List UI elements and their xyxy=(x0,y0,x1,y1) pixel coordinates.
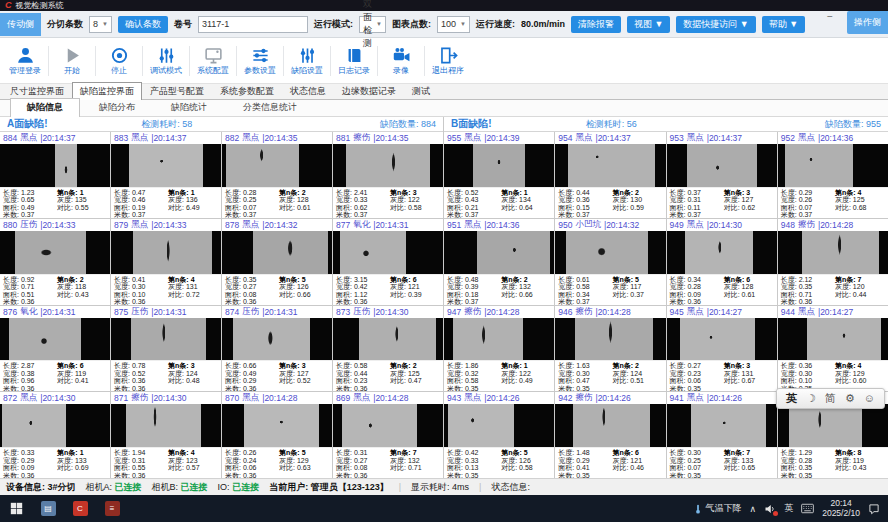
defect-cell[interactable]: 881擦伤|20:14:35长度: 2.41宽度: 0.33面积: 0.62米数… xyxy=(333,132,443,218)
tab-sub-1[interactable]: 缺陷分布 xyxy=(82,98,152,116)
play-icon xyxy=(63,46,82,65)
defect-cell[interactable]: 878黑点|20:14:32长度: 0.35宽度: 0.27面积: 0.08米数… xyxy=(222,219,332,305)
clear-alarm-button[interactable]: 清除报警 xyxy=(571,16,621,33)
defect-cell[interactable]: 955黑点|20:14:39长度: 0.52宽度: 0.43面积: 0.21米数… xyxy=(444,132,554,218)
defect-cell[interactable]: 942擦伤|20:14:26长度: 1.48宽度: 0.29面积: 0.41米数… xyxy=(555,392,665,478)
defect-cell[interactable]: 944黑点|20:14:27长度: 0.36宽度: 0.30面积: 0.10米数… xyxy=(778,306,888,392)
defect-cell[interactable]: 869黑点|20:14:28长度: 0.31宽度: 0.27面积: 0.08米数… xyxy=(333,392,443,478)
tab-main-5[interactable]: 边缘数据记录 xyxy=(334,82,404,99)
tab-main-4[interactable]: 状态信息 xyxy=(282,82,334,99)
operator-side-button[interactable]: 操作侧 xyxy=(847,11,888,34)
action-debug-sliders[interactable]: 调试模式 xyxy=(143,46,189,75)
defect-area: 面积: 0.41 xyxy=(558,464,612,472)
defect-id: 871 xyxy=(114,393,128,403)
ime-emoji-icon[interactable]: ☺ xyxy=(864,393,875,404)
split-count-select[interactable]: 8▼ xyxy=(89,16,112,33)
tab-sub-3[interactable]: 分类信息统计 xyxy=(226,98,314,116)
taskbar-date: 2025/2/10 xyxy=(822,509,860,519)
defect-gray-level: 灰度: 132 xyxy=(501,283,551,291)
minimize-button[interactable]: – xyxy=(827,12,832,21)
defect-width: 宽度: 0.25 xyxy=(670,457,724,465)
defect-strip-no: 第n条: 3 xyxy=(168,362,218,370)
defect-cell[interactable]: 951黑点|20:14:36长度: 0.48宽度: 0.39面积: 0.18米数… xyxy=(444,219,554,305)
defect-meter: 米数: 0.36 xyxy=(3,385,57,392)
defect-cell[interactable]: 873压伤|20:14:30长度: 0.58宽度: 0.44面积: 0.23米数… xyxy=(333,306,443,392)
tab-sub-0[interactable]: 缺陷信息 xyxy=(10,98,80,117)
defect-metrics: 长度: 1.23宽度: 0.65面积: 0.49米数: 0.37第n条: 1灰度… xyxy=(0,187,110,218)
defect-cell[interactable]: 950小凹坑|20:14:32长度: 0.61宽度: 0.58面积: 0.34米… xyxy=(555,219,665,305)
defect-length: 长度: 0.61 xyxy=(558,276,612,284)
defect-cell[interactable]: 870黑点|20:14:28长度: 0.26宽度: 0.24面积: 0.06米数… xyxy=(222,392,332,478)
io-status: 已连接 xyxy=(232,482,259,492)
defect-cell[interactable]: 872黑点|20:14:30长度: 0.33宽度: 0.29面积: 0.09米数… xyxy=(0,392,110,478)
defect-cell[interactable]: 883黑点|20:14:37长度: 0.47宽度: 0.46面积: 0.19米数… xyxy=(111,132,221,218)
defect-meter: 米数: 0.37 xyxy=(447,211,501,218)
defect-cell[interactable]: 949黑点|20:14:30长度: 0.34宽度: 0.28面积: 0.09米数… xyxy=(667,219,777,305)
ime-lang-en[interactable]: 英 xyxy=(786,393,797,404)
defect-cell[interactable]: 952黑点|20:14:36长度: 0.29宽度: 0.26面积: 0.07米数… xyxy=(778,132,888,218)
action-defect-sliders[interactable]: 缺陷设置 xyxy=(284,46,330,75)
defect-cell[interactable]: 871擦伤|20:14:30长度: 1.94宽度: 0.31面积: 0.55米数… xyxy=(111,392,221,478)
defect-cell[interactable]: 880压伤|20:14:33长度: 0.92宽度: 0.71面积: 0.51米数… xyxy=(0,219,110,305)
defect-cell[interactable]: 945黑点|20:14:27长度: 0.27宽度: 0.23面积: 0.06米数… xyxy=(667,306,777,392)
action-exit-door[interactable]: 退出程序 xyxy=(425,46,471,75)
confirm-count-button[interactable]: 确认条数 xyxy=(118,16,168,33)
defect-metrics: 长度: 1.94宽度: 0.31面积: 0.55米数: 0.36第n条: 4灰度… xyxy=(111,447,221,478)
data-quick-access-button[interactable]: 数据快捷访问 ▼ xyxy=(676,16,755,33)
start-button[interactable] xyxy=(2,495,30,522)
tab-main-2[interactable]: 产品型号配置 xyxy=(142,82,212,99)
action-user[interactable]: 管理登录 xyxy=(2,46,48,75)
ime-simplified-chinese[interactable]: 简 xyxy=(825,393,836,404)
action-monitor[interactable]: 系统配置 xyxy=(190,46,236,75)
defect-cell[interactable]: 947擦伤|20:14:28长度: 1.86宽度: 0.32面积: 0.58米数… xyxy=(444,306,554,392)
drive-side-button[interactable]: 传动侧 xyxy=(0,13,41,36)
view-menu-button[interactable]: 视图 ▼ xyxy=(627,16,670,33)
defect-cell[interactable]: 875压伤|20:14:31长度: 0.78宽度: 0.52面积: 0.36米数… xyxy=(111,306,221,392)
defect-metrics-left: 长度: 0.66宽度: 0.49面积: 0.29米数: 0.36 xyxy=(225,362,279,391)
tab-main-0[interactable]: 尺寸监控界面 xyxy=(2,82,72,99)
defect-cell[interactable]: 879黑点|20:14:33长度: 0.41宽度: 0.30面积: 0.10米数… xyxy=(111,219,221,305)
action-play[interactable]: 开始 xyxy=(49,46,95,75)
defect-cell[interactable]: 876氧化|20:14:31长度: 2.87宽度: 0.38面积: 0.96米数… xyxy=(0,306,110,392)
tab-sub-2[interactable]: 缺陷统计 xyxy=(154,98,224,116)
defect-id: 951 xyxy=(447,220,461,230)
defect-cell[interactable]: 882黑点|20:14:35长度: 0.28宽度: 0.25面积: 0.07米数… xyxy=(222,132,332,218)
help-menu-button[interactable]: 帮助 ▼ xyxy=(762,16,805,33)
defect-cell[interactable]: 877氧化|20:14:31长度: 3.15宽度: 0.42面积: 1.12米数… xyxy=(333,219,443,305)
defect-cell[interactable]: 953黑点|20:14:37长度: 0.37宽度: 0.31面积: 0.11米数… xyxy=(667,132,777,218)
notification-center-icon[interactable] xyxy=(868,503,880,515)
defect-length: 长度: 0.48 xyxy=(447,276,501,284)
defect-cell[interactable]: 943黑点|20:14:26长度: 0.42宽度: 0.33面积: 0.13米数… xyxy=(444,392,554,478)
taskbar-app-file-explorer[interactable]: ▤ xyxy=(34,495,62,522)
defect-metrics: 长度: 0.92宽度: 0.71面积: 0.51米数: 0.36第n条: 2灰度… xyxy=(0,274,110,305)
action-param-sliders[interactable]: 参数设置 xyxy=(237,46,283,75)
action-video-camera[interactable]: 录像 xyxy=(378,46,424,75)
defect-cell[interactable]: 874压伤|20:14:31长度: 0.66宽度: 0.49面积: 0.29米数… xyxy=(222,306,332,392)
volume-button[interactable] xyxy=(764,503,776,515)
defect-cell[interactable]: 954黑点|20:14:37长度: 0.44宽度: 0.36面积: 0.15米数… xyxy=(555,132,665,218)
defect-cell[interactable]: 884黑点|20:14:37长度: 1.23宽度: 0.65面积: 0.49米数… xyxy=(0,132,110,218)
defect-cell-header: 875压伤|20:14:31 xyxy=(111,306,221,318)
tab-main-6[interactable]: 测试 xyxy=(404,82,438,99)
clock-widget[interactable]: 20:14 2025/2/10 xyxy=(822,499,860,519)
defect-strip-no: 第n条: 2 xyxy=(612,362,662,370)
action-stop[interactable]: 停止 xyxy=(96,46,142,75)
ime-settings-icon[interactable]: ⚙ xyxy=(845,393,855,404)
ime-night-mode-icon[interactable]: ☽ xyxy=(806,393,816,404)
ime-language-indicator[interactable]: 英 xyxy=(784,502,793,515)
defect-metrics-left: 长度: 3.15宽度: 0.42面积: 1.12米数: 0.36 xyxy=(336,276,390,305)
run-mode-select[interactable]: 双面检测▼ xyxy=(359,16,386,33)
defect-cell[interactable]: 941黑点|20:14:26长度: 0.30宽度: 0.25面积: 0.07米数… xyxy=(667,392,777,478)
chart-points-select[interactable]: 100▼ xyxy=(437,16,470,33)
coil-no-input[interactable] xyxy=(198,16,308,33)
defect-meter: 米数: 0.36 xyxy=(781,298,835,305)
action-log-book[interactable]: 日志记录 xyxy=(331,46,377,75)
defect-cell[interactable]: 948擦伤|20:14:28长度: 2.12宽度: 0.35面积: 0.71米数… xyxy=(778,219,888,305)
taskbar-app-inspection[interactable]: C xyxy=(66,495,94,522)
tray-expand-button[interactable]: ∧ xyxy=(750,504,757,514)
touch-keyboard-icon[interactable] xyxy=(801,503,814,514)
defect-cell[interactable]: 946擦伤|20:14:28长度: 1.63宽度: 0.30面积: 0.47米数… xyxy=(555,306,665,392)
tab-main-3[interactable]: 系统参数配置 xyxy=(212,82,282,99)
weather-widget[interactable]: 气温下降 xyxy=(693,502,742,516)
taskbar-app-other[interactable]: ≡ xyxy=(98,495,126,522)
